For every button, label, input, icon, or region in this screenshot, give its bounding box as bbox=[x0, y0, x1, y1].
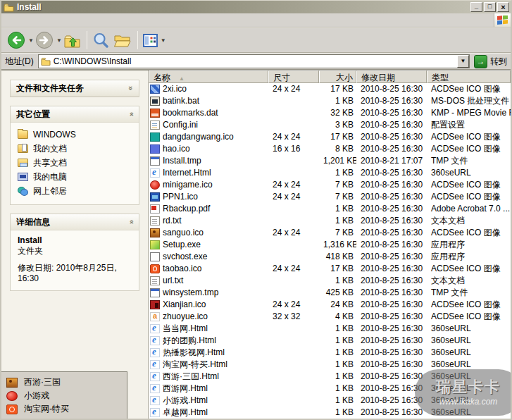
file-row[interactable]: Install.tmp 1,201 KB 2010-8-21 17:07 TMP… bbox=[149, 155, 511, 167]
column-header-date[interactable]: 修改日期 bbox=[356, 70, 427, 83]
file-size: 7 KB bbox=[319, 191, 356, 203]
minimize-button[interactable]: _ bbox=[470, 2, 482, 12]
file-row[interactable]: minigame.ico 24 x 24 7 KB 2010-8-25 16:3… bbox=[149, 179, 511, 191]
up-button[interactable] bbox=[62, 31, 82, 50]
maximize-button[interactable]: □ bbox=[484, 2, 496, 12]
tasks-panel-header[interactable]: 文件和文件夹任务 » bbox=[11, 80, 139, 97]
forward-dropdown-icon[interactable]: ▼ bbox=[56, 37, 62, 44]
main-content: 文件和文件夹任务 » 其它位置 » WINDOWS 我的文档 bbox=[1, 70, 511, 419]
shortcut-item[interactable]: 西游·三国 bbox=[1, 376, 127, 389]
menu-item[interactable] bbox=[1, 13, 15, 27]
file-row[interactable]: hao.ico 16 x 16 8 KB 2010-8-25 16:30 ACD… bbox=[149, 143, 511, 155]
place-item-label: 我的电脑 bbox=[33, 171, 67, 183]
column-header-type[interactable]: 类型 bbox=[427, 70, 511, 83]
forward-button[interactable] bbox=[34, 30, 55, 50]
file-dimensions: 24 x 24 bbox=[268, 131, 319, 143]
file-date: 2010-8-25 16:30 bbox=[356, 95, 427, 107]
column-header-size[interactable]: 大小 bbox=[319, 70, 356, 83]
file-row[interactable]: 热播影视网.Html 1 KB 2010-8-25 16:30 360seURL bbox=[149, 347, 511, 359]
file-date: 2010-8-25 16:30 bbox=[356, 323, 427, 335]
file-date: 2010-8-25 16:30 bbox=[356, 311, 427, 323]
file-row[interactable]: svchost.exe 418 KB 2010-8-25 16:30 应用程序 bbox=[149, 251, 511, 263]
file-row[interactable]: batink.bat 1 KB 2010-8-25 16:30 MS-DOS 批… bbox=[149, 95, 511, 107]
menu-item[interactable] bbox=[58, 13, 72, 27]
file-list: 名称▲ 尺寸 大小 修改日期 类型 2xi.ico 24 x 24 17 KB … bbox=[149, 70, 511, 419]
chevron-up-icon[interactable]: » bbox=[127, 112, 135, 116]
address-dropdown-button[interactable]: ▼ bbox=[457, 55, 469, 68]
file-row[interactable]: Setup.exe 1,316 KB 2010-8-25 16:30 应用程序 bbox=[149, 239, 511, 251]
file-size: 1 KB bbox=[319, 275, 356, 287]
place-item[interactable]: 共享文档 bbox=[18, 156, 133, 170]
folders-button[interactable] bbox=[112, 31, 133, 49]
file-row[interactable]: dangdangwang.ico 24 x 24 17 KB 2010-8-25… bbox=[149, 131, 511, 143]
column-header-name[interactable]: 名称▲ bbox=[149, 70, 268, 83]
file-row[interactable]: 2xi.ico 24 x 24 17 KB 2010-8-25 16:30 AC… bbox=[149, 83, 511, 95]
file-row[interactable]: url.txt 1 KB 2010-8-25 16:30 文本文档 bbox=[149, 275, 511, 287]
file-row[interactable]: 当当网.Html 1 KB 2010-8-25 16:30 360seURL bbox=[149, 323, 511, 335]
file-name: url.txt bbox=[163, 275, 183, 287]
txt-icon bbox=[150, 216, 160, 226]
details-panel: 详细信息 » Install 文件夹 修改日期: 2010年8月25日, 16:… bbox=[10, 214, 139, 291]
file-date: 2010-8-25 16:30 bbox=[356, 239, 427, 251]
file-row[interactable]: Rbackup.pdf 1 KB 2010-8-25 16:30 Adobe A… bbox=[149, 203, 511, 215]
file-size: 17 KB bbox=[319, 263, 356, 275]
file-row[interactable]: Config.ini 3 KB 2010-8-25 16:30 配置设置 bbox=[149, 119, 511, 131]
shortcut-item[interactable]: 淘宝网-特买 bbox=[1, 402, 127, 416]
sort-ascending-icon: ▲ bbox=[179, 75, 185, 82]
menu-item[interactable] bbox=[72, 13, 86, 27]
menu-item[interactable] bbox=[44, 13, 58, 27]
back-button[interactable] bbox=[6, 30, 27, 50]
file-size: 1 KB bbox=[319, 215, 356, 227]
shortcut-item-label: 小游戏 bbox=[24, 390, 49, 402]
file-size: 3 KB bbox=[319, 119, 356, 131]
file-type: ACDSee ICO 图像 bbox=[427, 263, 511, 275]
place-item[interactable]: 我的电脑 bbox=[18, 170, 133, 184]
file-row[interactable]: bookmarks.dat 32 KB 2010-8-25 16:30 KMP … bbox=[149, 107, 511, 119]
place-item[interactable]: 网上邻居 bbox=[18, 184, 133, 198]
file-type: 文本文档 bbox=[427, 215, 511, 227]
file-dimensions: 24 x 24 bbox=[268, 191, 319, 203]
file-row[interactable]: PPN1.ico 24 x 24 7 KB 2010-8-25 16:30 AC… bbox=[149, 191, 511, 203]
views-button[interactable] bbox=[142, 33, 159, 48]
file-date: 2010-8-25 16:30 bbox=[356, 179, 427, 191]
menu-item[interactable] bbox=[15, 13, 30, 27]
back-dropdown-icon[interactable]: ▼ bbox=[28, 37, 34, 44]
search-button[interactable] bbox=[91, 31, 111, 50]
my-computer-icon bbox=[18, 173, 28, 181]
file-row[interactable]: sanguo.ico 24 x 24 7 KB 2010-8-25 16:30 … bbox=[149, 227, 511, 239]
file-row[interactable]: 好的团购.Html 1 KB 2010-8-25 16:30 360seURL bbox=[149, 335, 511, 347]
title-bar[interactable]: Install _ □ × bbox=[1, 1, 511, 13]
file-date: 2010-8-25 16:30 bbox=[356, 203, 427, 215]
tasks-panel: 文件和文件夹任务 » bbox=[10, 80, 139, 97]
file-row[interactable]: rd.txt 1 KB 2010-8-25 16:30 文本文档 bbox=[149, 215, 511, 227]
file-type: ACDSee ICO 图像 bbox=[427, 179, 511, 191]
places-panel-header[interactable]: 其它位置 » bbox=[11, 106, 139, 123]
file-row[interactable]: Internet.Html 1 KB 2010-8-25 16:30 360se… bbox=[149, 167, 511, 179]
place-item[interactable]: 我的文档 bbox=[18, 142, 133, 156]
file-row[interactable]: Xianjian.ico 24 x 24 24 KB 2010-8-25 16:… bbox=[149, 299, 511, 311]
chevron-down-icon[interactable]: » bbox=[127, 86, 135, 90]
folder-icon bbox=[18, 130, 28, 139]
file-date: 2010-8-25 16:30 bbox=[356, 299, 427, 311]
address-input[interactable]: C:\WINDOWS\Install ▼ bbox=[38, 54, 470, 68]
address-value[interactable]: C:\WINDOWS\Install bbox=[54, 56, 457, 66]
file-row[interactable]: zhuoyue.ico 32 x 32 4 KB 2010-8-25 16:30… bbox=[149, 311, 511, 323]
file-size: 4 KB bbox=[319, 311, 356, 323]
zhuoyue-icon bbox=[150, 312, 160, 321]
watermark-url: www.ikaka.com bbox=[415, 397, 512, 407]
go-button[interactable]: → 转到 bbox=[474, 55, 507, 68]
column-header-dimensions[interactable]: 尺寸 bbox=[268, 70, 319, 83]
menu-item[interactable] bbox=[30, 13, 44, 27]
file-row[interactable]: winsystem.tmp 425 KB 2010-8-25 16:30 TMP… bbox=[149, 287, 511, 299]
file-size: 1,201 KB bbox=[319, 155, 356, 167]
views-dropdown-icon[interactable]: ▼ bbox=[161, 37, 166, 44]
details-panel-header[interactable]: 详细信息 » bbox=[11, 214, 139, 230]
file-size: 1 KB bbox=[319, 203, 356, 215]
chevron-up-icon[interactable]: » bbox=[127, 220, 135, 224]
file-dimensions bbox=[268, 347, 319, 359]
file-date: 2010-8-21 17:07 bbox=[356, 155, 427, 167]
place-item[interactable]: WINDOWS bbox=[18, 128, 133, 142]
close-button[interactable]: × bbox=[497, 2, 509, 12]
file-row[interactable]: taobao.ico 24 x 24 17 KB 2010-8-25 16:30… bbox=[149, 263, 511, 275]
shortcut-item[interactable]: 小游戏 bbox=[1, 389, 127, 402]
